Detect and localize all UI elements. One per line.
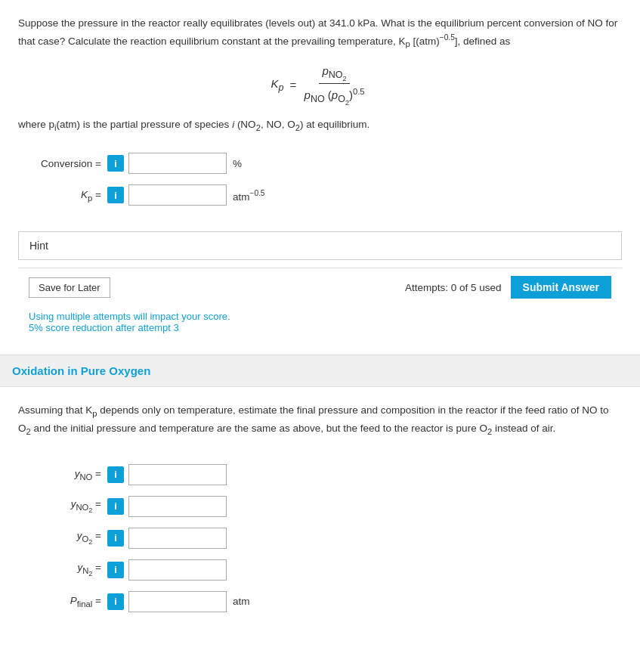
attempts-label: Attempts: 0 of 5 used [405,282,502,293]
impact-line1: Using multiple attempts will impact your… [29,311,611,322]
kp-input[interactable] [128,184,227,206]
problem-text: Suppose the pressure in the reactor real… [18,15,622,51]
section2-body: Assuming that Kp depends only on tempera… [0,387,640,637]
hint-header[interactable]: Hint [19,232,621,259]
p-final-row: Pfinal = i atm [18,591,622,612]
y-o2-label: yO2 = [18,530,101,546]
y-n2-row: yN2 = i [18,559,622,581]
y-no2-label: yNO2 = [18,498,101,514]
y-o2-info-button[interactable]: i [107,530,124,547]
where-text: where pi(atm) is the partial pressure of… [18,119,622,132]
section2-header: Oxidation in Pure Oxygen [0,355,640,387]
formula-numerator: pNO2 [319,64,349,85]
formula-display: Kp = pNO2 pNO (pO2)0.5 [18,64,622,107]
formula-kp: Kp [271,77,283,93]
conversion-info-button[interactable]: i [107,155,124,172]
section2-title: Oxidation in Pure Oxygen [12,364,150,377]
y-no-label: yNO = [18,468,101,482]
formula-denominator: pNO (pO2)0.5 [305,85,365,107]
impact-line2: 5% score reduction after attempt 3 [29,322,611,333]
p-final-unit: atm [233,596,250,607]
y-no-info-button[interactable]: i [107,466,124,483]
formula-equals: = [286,79,299,91]
y-o2-input[interactable] [128,528,227,549]
y-no2-input[interactable] [128,496,227,517]
hint-label: Hint [29,240,48,252]
kp-info-button[interactable]: i [107,187,124,203]
right-side: Attempts: 0 of 5 used Submit Answer [405,276,611,299]
save-button[interactable]: Save for Later [29,277,110,298]
conversion-unit: % [233,158,242,169]
y-o2-row: yO2 = i [18,528,622,549]
p-final-info-button[interactable]: i [107,593,124,610]
kp-label: Kp = [18,189,101,203]
y-n2-input[interactable] [128,559,227,581]
y-no2-info-button[interactable]: i [107,498,124,515]
conversion-label: Conversion = [18,158,101,169]
conversion-row: Conversion = i % [18,153,622,174]
conversion-input[interactable] [128,153,227,174]
p-final-label: Pfinal = [18,595,101,609]
submit-button[interactable]: Submit Answer [511,276,611,299]
y-n2-info-button[interactable]: i [107,562,124,578]
main-problem-section: Suppose the pressure in the reactor real… [0,0,640,355]
hint-section: Hint [18,231,622,260]
formula-fraction: pNO2 pNO (pO2)0.5 [305,64,365,107]
p-final-input[interactable] [128,591,227,612]
y-no-input[interactable] [128,464,227,485]
kp-unit: atm−0.5 [233,189,264,203]
y-no-row: yNO = i [18,464,622,485]
section2-problem-text: Assuming that Kp depends only on tempera… [18,402,622,438]
y-no2-row: yNO2 = i [18,496,622,517]
impact-text: Using multiple attempts will impact your… [18,311,622,339]
y-n2-label: yN2 = [18,562,101,578]
kp-row: Kp = i atm−0.5 [18,184,622,206]
bottom-bar: Save for Later Attempts: 0 of 5 used Sub… [18,268,622,306]
